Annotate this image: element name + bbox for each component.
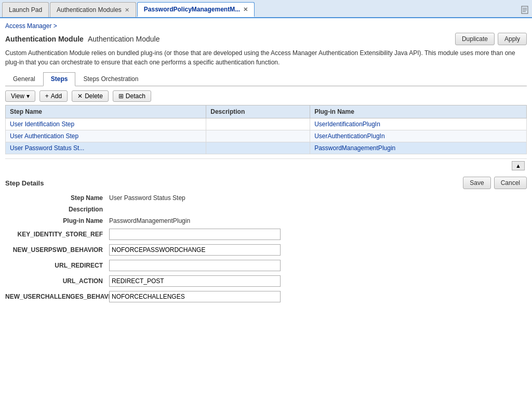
form-field-label: KEY_IDENTITY_STORE_REF: [5, 231, 109, 238]
form-row: URL_REDIRECT: [5, 260, 527, 271]
page-header-left: Authentication Module Authentication Mod…: [5, 35, 159, 43]
tab-auth-modules[interactable]: Authentication Modules ✕: [50, 2, 136, 17]
cell-description: [206, 130, 310, 142]
form-field-input[interactable]: [109, 260, 281, 271]
cancel-button[interactable]: Cancel: [494, 177, 527, 189]
cell-step-name: User Authentication Step: [6, 130, 206, 142]
tab-password-policy-label: PasswordPolicyManagementM...: [144, 6, 240, 13]
form-row: NEW_USERCHALLENGES_BEHAVIOR: [5, 291, 527, 302]
step-details-buttons: Save Cancel: [463, 177, 527, 189]
step-details-header: Step Details Save Cancel: [5, 177, 527, 189]
step-form: Step NameUser Password Status StepDescri…: [5, 194, 527, 302]
tab-auth-modules-label: Authentication Modules: [57, 6, 122, 14]
main-content: Access Manager > Authentication Module A…: [0, 18, 532, 399]
detach-icon: ⊞: [118, 92, 124, 100]
delete-button[interactable]: ✕ Delete: [72, 90, 109, 102]
tab-steps-orchestration[interactable]: Steps Orchestration: [75, 72, 146, 86]
form-field-value: PasswordManagementPlugin: [109, 217, 190, 224]
tab-auth-modules-close[interactable]: ✕: [125, 7, 129, 14]
form-field-input[interactable]: [109, 275, 281, 287]
form-field-label: URL_ACTION: [5, 277, 109, 285]
cell-description: [206, 118, 310, 130]
delete-x-icon: ✕: [77, 92, 83, 100]
add-plus-icon: +: [45, 92, 49, 100]
view-button[interactable]: View ▾: [5, 90, 35, 102]
col-description: Description: [206, 105, 310, 118]
inner-tab-bar: General Steps Steps Orchestration: [5, 72, 527, 86]
view-dropdown-icon: ▾: [26, 92, 30, 100]
form-field-value: User Password Status Step: [109, 194, 185, 202]
breadcrumb[interactable]: Access Manager >: [5, 22, 527, 30]
add-label: Add: [51, 92, 62, 100]
col-plugin-name: Plug-in Name: [310, 105, 527, 118]
cell-step-name: User Identification Step: [6, 118, 206, 130]
steps-table: Step Name Description Plug-in Name User …: [5, 105, 527, 154]
tab-bar: Launch Pad Authentication Modules ✕ Pass…: [0, 0, 532, 18]
cell-plugin-name: PasswordManagementPlugin: [310, 142, 527, 154]
divider-area: ▲: [5, 158, 527, 172]
duplicate-button[interactable]: Duplicate: [455, 33, 495, 45]
detach-button[interactable]: ⊞ Detach: [113, 90, 151, 102]
description-text: Custom Authentication Module relies on b…: [5, 48, 527, 67]
tab-steps[interactable]: Steps: [43, 72, 76, 86]
form-field-label: Description: [5, 206, 109, 213]
page-title-label: Authentication Module: [5, 35, 84, 43]
page-header: Authentication Module Authentication Mod…: [5, 33, 527, 45]
page-title-value: Authentication Module: [88, 35, 160, 43]
table-row[interactable]: User Password Status St... PasswordManag…: [6, 142, 527, 154]
form-row: KEY_IDENTITY_STORE_REF: [5, 229, 527, 240]
form-row: URL_ACTION: [5, 275, 527, 287]
cell-plugin-name: UserIdentificationPlugIn: [310, 118, 527, 130]
form-row: Description: [5, 206, 527, 213]
form-field-label: URL_REDIRECT: [5, 262, 109, 269]
form-field-label: Step Name: [5, 194, 109, 202]
cell-plugin-name: UserAuthenticationPlugIn: [310, 130, 527, 142]
tab-password-policy-close[interactable]: ✕: [243, 6, 248, 13]
step-details-title: Step Details: [5, 179, 44, 187]
page-icon: [521, 6, 529, 14]
detach-label: Detach: [126, 92, 145, 100]
header-buttons: Duplicate Apply: [455, 33, 527, 45]
form-field-input[interactable]: [109, 244, 281, 256]
apply-button[interactable]: Apply: [498, 33, 527, 45]
form-field-label: NEW_USERPSWD_BEHAVIOR: [5, 246, 109, 254]
cell-step-name: User Password Status St...: [6, 142, 206, 154]
add-button[interactable]: + Add: [39, 90, 68, 102]
collapse-button[interactable]: ▲: [512, 161, 525, 170]
form-field-label: Plug-in Name: [5, 217, 109, 224]
form-row: NEW_USERPSWD_BEHAVIOR: [5, 244, 527, 256]
tab-area-icon: [521, 2, 532, 17]
tab-launch-pad-label: Launch Pad: [9, 6, 42, 14]
tab-general[interactable]: General: [5, 72, 43, 86]
form-field-input[interactable]: [109, 291, 281, 302]
view-label: View: [11, 92, 24, 100]
tab-launch-pad[interactable]: Launch Pad: [2, 2, 49, 17]
cell-description: [206, 142, 310, 154]
table-row[interactable]: User Identification Step UserIdentificat…: [6, 118, 527, 130]
table-row[interactable]: User Authentication Step UserAuthenticat…: [6, 130, 527, 142]
form-row: Step NameUser Password Status Step: [5, 194, 527, 202]
form-field-input[interactable]: [109, 229, 281, 240]
tab-password-policy[interactable]: PasswordPolicyManagementM... ✕: [137, 2, 255, 17]
col-step-name: Step Name: [6, 105, 206, 118]
form-field-label: NEW_USERCHALLENGES_BEHAVIOR: [5, 293, 109, 300]
form-row: Plug-in NamePasswordManagementPlugin: [5, 217, 527, 224]
toolbar: View ▾ + Add ✕ Delete ⊞ Detach: [5, 90, 527, 102]
save-button[interactable]: Save: [463, 177, 490, 189]
delete-label: Delete: [85, 92, 103, 100]
